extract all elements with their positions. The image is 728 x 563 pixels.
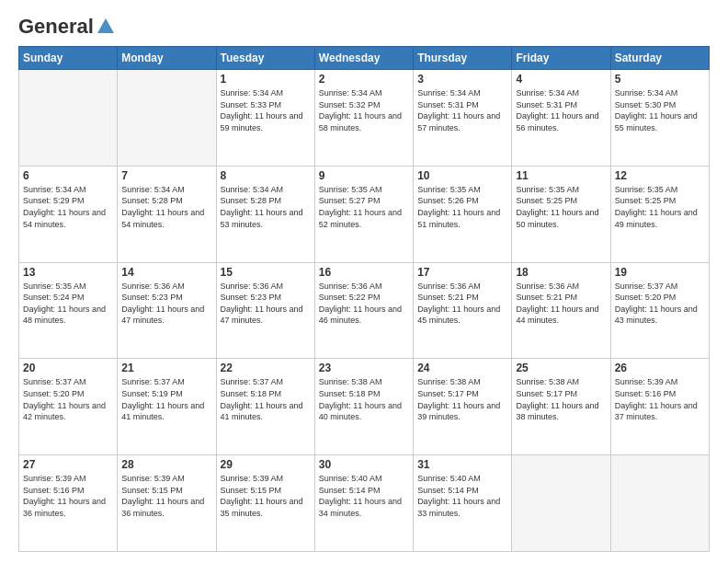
day-detail: Sunrise: 5:36 AMSunset: 5:21 PMDaylight:… <box>516 281 606 327</box>
calendar-week-row: 20Sunrise: 5:37 AMSunset: 5:20 PMDayligh… <box>19 359 710 455</box>
day-number: 19 <box>615 266 705 279</box>
calendar-week-row: 6Sunrise: 5:34 AMSunset: 5:29 PMDaylight… <box>19 166 710 262</box>
day-detail: Sunrise: 5:40 AMSunset: 5:14 PMDaylight:… <box>319 473 409 519</box>
calendar-table: SundayMondayTuesdayWednesdayThursdayFrid… <box>18 46 710 552</box>
logo-general: General <box>18 15 94 39</box>
calendar-cell: 14Sunrise: 5:36 AMSunset: 5:23 PMDayligh… <box>118 262 216 359</box>
day-detail: Sunrise: 5:35 AMSunset: 5:25 PMDaylight:… <box>615 184 705 230</box>
calendar-week-row: 27Sunrise: 5:39 AMSunset: 5:16 PMDayligh… <box>19 455 710 552</box>
calendar-cell: 15Sunrise: 5:36 AMSunset: 5:23 PMDayligh… <box>216 262 314 359</box>
day-detail: Sunrise: 5:39 AMSunset: 5:16 PMDaylight:… <box>615 376 705 422</box>
day-detail: Sunrise: 5:34 AMSunset: 5:30 PMDaylight:… <box>615 87 705 133</box>
logo-icon <box>96 17 116 37</box>
day-number: 21 <box>121 362 211 374</box>
day-detail: Sunrise: 5:35 AMSunset: 5:25 PMDaylight:… <box>516 184 606 230</box>
calendar-cell: 30Sunrise: 5:40 AMSunset: 5:14 PMDayligh… <box>314 455 413 552</box>
calendar-cell <box>118 70 216 167</box>
day-number: 23 <box>319 362 409 374</box>
day-detail: Sunrise: 5:35 AMSunset: 5:26 PMDaylight:… <box>417 184 507 230</box>
day-detail: Sunrise: 5:34 AMSunset: 5:28 PMDaylight:… <box>221 184 311 230</box>
calendar-cell: 31Sunrise: 5:40 AMSunset: 5:14 PMDayligh… <box>414 455 512 552</box>
day-number: 12 <box>615 169 705 182</box>
calendar-cell: 28Sunrise: 5:39 AMSunset: 5:15 PMDayligh… <box>118 455 216 552</box>
day-detail: Sunrise: 5:34 AMSunset: 5:31 PMDaylight:… <box>516 87 606 133</box>
calendar-cell: 11Sunrise: 5:35 AMSunset: 5:25 PMDayligh… <box>512 166 610 262</box>
weekday-header-row: SundayMondayTuesdayWednesdayThursdayFrid… <box>19 47 710 70</box>
day-detail: Sunrise: 5:38 AMSunset: 5:17 PMDaylight:… <box>417 376 507 422</box>
day-number: 15 <box>221 266 311 279</box>
day-detail: Sunrise: 5:35 AMSunset: 5:27 PMDaylight:… <box>319 184 409 230</box>
weekday-header: Wednesday <box>314 47 413 70</box>
day-number: 22 <box>221 362 311 374</box>
day-detail: Sunrise: 5:39 AMSunset: 5:15 PMDaylight:… <box>221 473 311 519</box>
calendar-cell: 16Sunrise: 5:36 AMSunset: 5:22 PMDayligh… <box>314 262 413 359</box>
weekday-header: Sunday <box>19 47 118 70</box>
calendar-cell: 12Sunrise: 5:35 AMSunset: 5:25 PMDayligh… <box>610 166 709 262</box>
day-number: 14 <box>121 266 211 279</box>
page: General SundayMondayTuesdayWednesdayThur… <box>0 0 728 563</box>
day-detail: Sunrise: 5:34 AMSunset: 5:33 PMDaylight:… <box>221 87 311 133</box>
calendar-cell <box>512 455 610 552</box>
calendar-cell <box>19 70 118 167</box>
day-number: 11 <box>516 169 606 182</box>
calendar-cell: 26Sunrise: 5:39 AMSunset: 5:16 PMDayligh… <box>610 359 709 455</box>
calendar-cell: 7Sunrise: 5:34 AMSunset: 5:28 PMDaylight… <box>118 166 216 262</box>
day-detail: Sunrise: 5:39 AMSunset: 5:15 PMDaylight:… <box>121 473 211 519</box>
day-number: 24 <box>417 362 507 374</box>
day-detail: Sunrise: 5:39 AMSunset: 5:16 PMDaylight:… <box>23 473 113 519</box>
calendar-cell: 8Sunrise: 5:34 AMSunset: 5:28 PMDaylight… <box>216 166 314 262</box>
calendar-cell: 25Sunrise: 5:38 AMSunset: 5:17 PMDayligh… <box>512 359 610 455</box>
day-number: 30 <box>319 458 409 471</box>
day-number: 10 <box>417 169 507 182</box>
logo: General <box>18 15 116 39</box>
day-number: 20 <box>23 362 113 374</box>
day-detail: Sunrise: 5:36 AMSunset: 5:23 PMDaylight:… <box>121 281 211 327</box>
calendar-week-row: 13Sunrise: 5:35 AMSunset: 5:24 PMDayligh… <box>19 262 710 359</box>
day-number: 16 <box>319 266 409 279</box>
day-number: 17 <box>417 266 507 279</box>
day-number: 27 <box>23 458 113 471</box>
day-number: 25 <box>516 362 606 374</box>
day-number: 4 <box>516 73 606 86</box>
day-number: 18 <box>516 266 606 279</box>
day-detail: Sunrise: 5:37 AMSunset: 5:20 PMDaylight:… <box>615 281 705 327</box>
calendar-cell: 17Sunrise: 5:36 AMSunset: 5:21 PMDayligh… <box>414 262 512 359</box>
calendar-cell: 22Sunrise: 5:37 AMSunset: 5:18 PMDayligh… <box>216 359 314 455</box>
day-detail: Sunrise: 5:36 AMSunset: 5:21 PMDaylight:… <box>417 281 507 327</box>
day-detail: Sunrise: 5:38 AMSunset: 5:18 PMDaylight:… <box>319 376 409 422</box>
calendar-cell: 27Sunrise: 5:39 AMSunset: 5:16 PMDayligh… <box>19 455 118 552</box>
calendar-cell: 3Sunrise: 5:34 AMSunset: 5:31 PMDaylight… <box>414 70 512 167</box>
weekday-header: Saturday <box>610 47 709 70</box>
calendar-cell: 29Sunrise: 5:39 AMSunset: 5:15 PMDayligh… <box>216 455 314 552</box>
day-number: 29 <box>221 458 311 471</box>
day-detail: Sunrise: 5:34 AMSunset: 5:29 PMDaylight:… <box>23 184 113 230</box>
calendar-cell: 20Sunrise: 5:37 AMSunset: 5:20 PMDayligh… <box>19 359 118 455</box>
day-detail: Sunrise: 5:34 AMSunset: 5:28 PMDaylight:… <box>121 184 211 230</box>
calendar-cell: 2Sunrise: 5:34 AMSunset: 5:32 PMDaylight… <box>314 70 413 167</box>
day-number: 8 <box>221 169 311 182</box>
day-number: 31 <box>417 458 507 471</box>
day-number: 6 <box>23 169 113 182</box>
day-detail: Sunrise: 5:34 AMSunset: 5:32 PMDaylight:… <box>319 87 409 133</box>
day-detail: Sunrise: 5:36 AMSunset: 5:22 PMDaylight:… <box>319 281 409 327</box>
day-detail: Sunrise: 5:34 AMSunset: 5:31 PMDaylight:… <box>417 87 507 133</box>
calendar-cell: 19Sunrise: 5:37 AMSunset: 5:20 PMDayligh… <box>610 262 709 359</box>
day-detail: Sunrise: 5:37 AMSunset: 5:18 PMDaylight:… <box>221 376 311 422</box>
calendar-cell: 9Sunrise: 5:35 AMSunset: 5:27 PMDaylight… <box>314 166 413 262</box>
day-detail: Sunrise: 5:35 AMSunset: 5:24 PMDaylight:… <box>23 281 113 327</box>
day-detail: Sunrise: 5:36 AMSunset: 5:23 PMDaylight:… <box>221 281 311 327</box>
day-detail: Sunrise: 5:38 AMSunset: 5:17 PMDaylight:… <box>516 376 606 422</box>
calendar-cell: 24Sunrise: 5:38 AMSunset: 5:17 PMDayligh… <box>414 359 512 455</box>
calendar-cell <box>610 455 709 552</box>
day-number: 26 <box>615 362 705 374</box>
calendar-cell: 6Sunrise: 5:34 AMSunset: 5:29 PMDaylight… <box>19 166 118 262</box>
day-number: 28 <box>121 458 211 471</box>
calendar-cell: 10Sunrise: 5:35 AMSunset: 5:26 PMDayligh… <box>414 166 512 262</box>
svg-marker-0 <box>97 18 114 33</box>
day-number: 7 <box>121 169 211 182</box>
header: General <box>18 15 710 39</box>
day-number: 9 <box>319 169 409 182</box>
day-number: 13 <box>23 266 113 279</box>
day-number: 2 <box>319 73 409 86</box>
calendar-cell: 1Sunrise: 5:34 AMSunset: 5:33 PMDaylight… <box>216 70 314 167</box>
